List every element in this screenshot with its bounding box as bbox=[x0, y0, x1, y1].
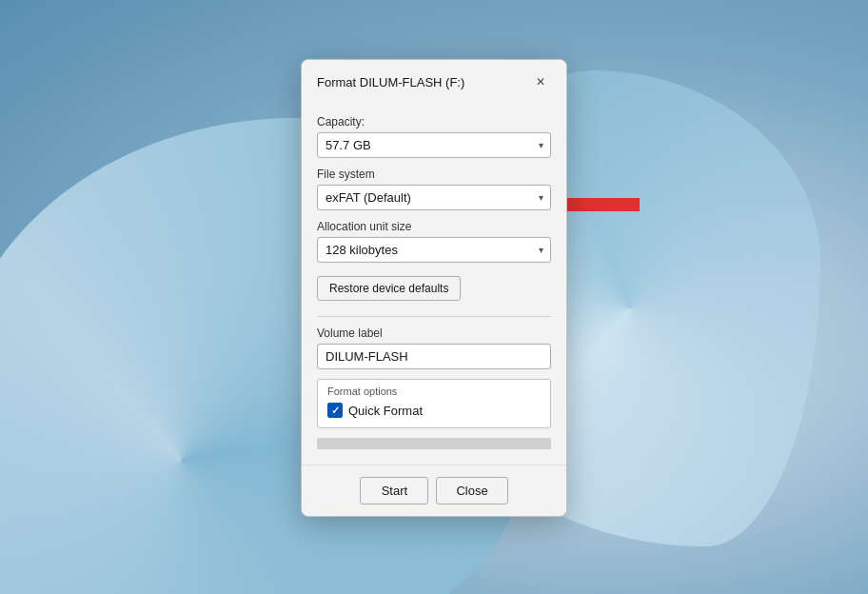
allocation-unit-label: Allocation unit size bbox=[317, 220, 551, 233]
format-options-legend: Format options bbox=[327, 386, 541, 397]
close-button[interactable]: Close bbox=[436, 477, 507, 505]
quick-format-checkbox[interactable] bbox=[327, 403, 343, 418]
dialog-titlebar: Format DILUM-FLASH (F:) ✕ bbox=[302, 60, 566, 102]
file-system-select-wrapper: exFAT (Default) FAT32 NTFS ▾ bbox=[317, 185, 551, 210]
allocation-unit-select[interactable]: 128 kilobytes 64 kilobytes 32 kilobytes bbox=[317, 237, 551, 263]
start-button[interactable]: Start bbox=[360, 477, 428, 505]
volume-label-label: Volume label bbox=[317, 327, 551, 340]
format-dialog: Format DILUM-FLASH (F:) ✕ Capacity: 57.7… bbox=[301, 59, 567, 517]
dialog-footer: Start Close bbox=[302, 465, 566, 516]
dialog-close-button[interactable]: ✕ bbox=[530, 71, 551, 92]
allocation-unit-select-wrapper: 128 kilobytes 64 kilobytes 32 kilobytes … bbox=[317, 237, 551, 263]
dialog-content: Capacity: 57.7 GB ▾ File system exFAT (D… bbox=[302, 102, 566, 465]
dialog-title: Format DILUM-FLASH (F:) bbox=[317, 74, 464, 89]
file-system-label: File system bbox=[317, 168, 551, 181]
quick-format-row: Quick Format bbox=[327, 403, 541, 418]
format-options-group: Format options Quick Format bbox=[317, 379, 551, 428]
file-system-select[interactable]: exFAT (Default) FAT32 NTFS bbox=[317, 185, 551, 210]
restore-device-defaults-button[interactable]: Restore device defaults bbox=[317, 276, 461, 301]
capacity-select[interactable]: 57.7 GB bbox=[317, 132, 551, 158]
separator bbox=[317, 316, 551, 317]
restore-button-wrapper: Restore device defaults bbox=[317, 263, 551, 305]
volume-label-input[interactable] bbox=[317, 344, 551, 369]
progress-bar-container bbox=[317, 438, 551, 449]
capacity-label: Capacity: bbox=[317, 115, 551, 129]
quick-format-label: Quick Format bbox=[348, 403, 423, 417]
capacity-select-wrapper: 57.7 GB ▾ bbox=[317, 132, 551, 158]
